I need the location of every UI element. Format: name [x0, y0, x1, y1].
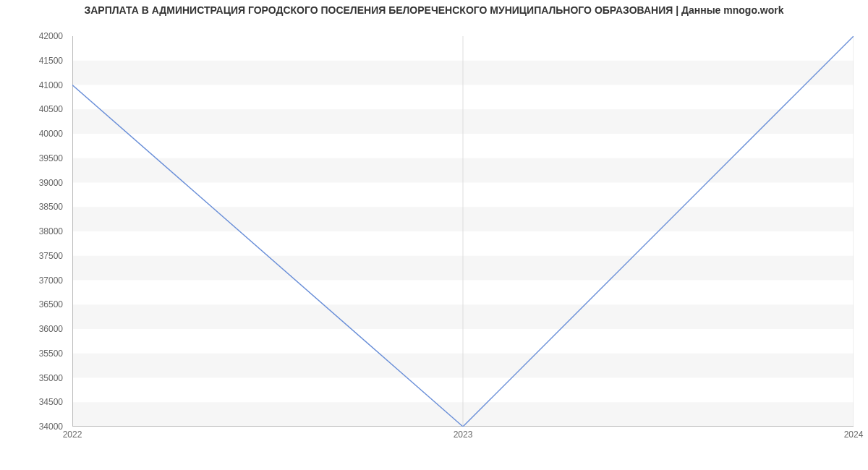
x-tick-label: 2024	[844, 430, 864, 440]
plot-area	[72, 36, 854, 427]
y-tick-label: 36500	[5, 299, 63, 309]
x-tick-label: 2023	[454, 430, 473, 440]
y-tick-label: 37500	[5, 251, 63, 261]
chart-container: ЗАРПЛАТА В АДМИНИСТРАЦИЯ ГОРОДСКОГО ПОСЕ…	[0, 0, 868, 470]
y-tick-label: 34500	[5, 397, 63, 407]
y-axis-ticks: 3400034500350003550036000365003700037500…	[0, 36, 69, 427]
chart-title: ЗАРПЛАТА В АДМИНИСТРАЦИЯ ГОРОДСКОГО ПОСЕ…	[0, 4, 868, 16]
y-tick-label: 40000	[5, 129, 63, 139]
y-tick-label: 38000	[5, 226, 63, 236]
y-tick-label: 38500	[5, 202, 63, 212]
plot-svg	[72, 36, 854, 427]
y-tick-label: 37000	[5, 275, 63, 286]
y-tick-label: 34000	[5, 422, 63, 432]
y-tick-label: 41500	[5, 56, 63, 66]
x-tick-label: 2022	[63, 430, 82, 440]
y-tick-label: 41000	[5, 80, 63, 90]
y-tick-label: 35500	[5, 349, 63, 359]
y-tick-label: 42000	[5, 31, 63, 41]
y-tick-label: 35000	[5, 373, 63, 383]
y-tick-label: 36000	[5, 324, 63, 334]
x-axis-ticks: 202220232024	[72, 430, 854, 444]
y-tick-label: 39500	[5, 153, 63, 163]
y-tick-label: 40500	[5, 104, 63, 114]
y-tick-label: 39000	[5, 178, 63, 188]
